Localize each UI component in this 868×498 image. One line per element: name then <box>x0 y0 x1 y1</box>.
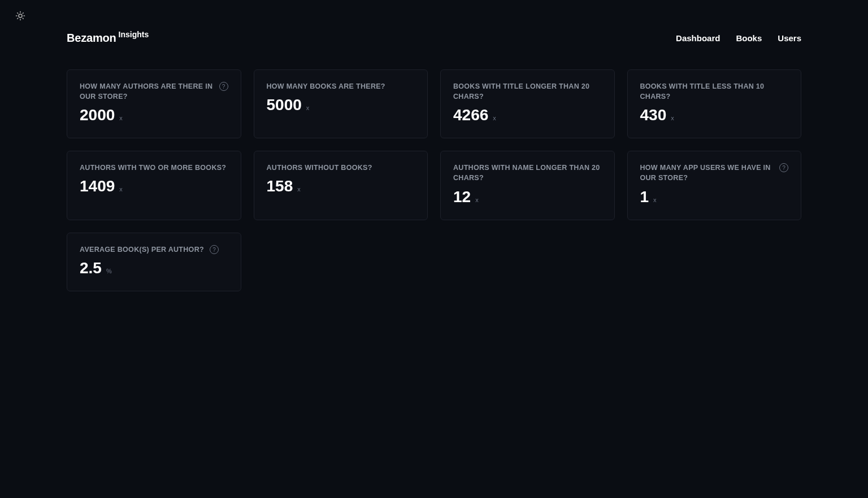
header: Bezamon Insights Dashboard Books Users <box>67 32 801 45</box>
card-value: 5000 <box>267 96 302 114</box>
card-title: AVERAGE BOOK(S) PER AUTHOR? <box>80 244 204 255</box>
card-unit: x <box>493 115 496 121</box>
card-value: 1 <box>640 188 649 206</box>
card-value: 430 <box>640 106 667 124</box>
stat-card: BOOKS WITH TITLE LESS THAN 10 CHARS? 430… <box>627 69 802 138</box>
help-icon[interactable]: ? <box>779 163 788 172</box>
card-unit: % <box>106 268 112 274</box>
cards-grid: HOW MANY AUTHORS ARE THERE IN OUR STORE?… <box>67 69 801 291</box>
card-unit: x <box>306 104 310 111</box>
card-title: AUTHORS WITH TWO OR MORE BOOKS? <box>80 163 226 173</box>
nav: Dashboard Books Users <box>676 33 801 43</box>
card-title: AUTHORS WITHOUT BOOKS? <box>267 163 372 173</box>
logo-sub: Insights <box>119 30 149 39</box>
card-unit: x <box>119 115 123 121</box>
stat-card: HOW MANY APP USERS WE HAVE IN OUR STORE?… <box>627 151 802 220</box>
card-title: AUTHORS WITH NAME LONGER THAN 20 CHARS? <box>453 163 602 183</box>
stat-card: AUTHORS WITHOUT BOOKS? 158 x <box>254 151 428 220</box>
theme-toggle[interactable] <box>14 9 27 23</box>
svg-line-3 <box>18 13 18 14</box>
card-value: 12 <box>453 188 471 206</box>
card-title: HOW MANY BOOKS ARE THERE? <box>267 81 385 91</box>
svg-point-0 <box>19 14 22 18</box>
stat-card: AUTHORS WITH NAME LONGER THAN 20 CHARS? … <box>440 151 615 220</box>
card-unit: x <box>297 186 301 193</box>
card-title: BOOKS WITH TITLE LONGER THAN 20 CHARS? <box>453 81 602 102</box>
card-value: 1409 <box>80 177 115 195</box>
card-value: 158 <box>267 177 293 195</box>
help-icon[interactable]: ? <box>210 245 219 254</box>
logo: Bezamon Insights <box>67 32 149 45</box>
stat-card: HOW MANY AUTHORS ARE THERE IN OUR STORE?… <box>67 69 241 138</box>
logo-main: Bezamon <box>67 32 116 45</box>
sun-icon <box>15 11 25 21</box>
card-value: 4266 <box>453 106 488 124</box>
card-title: HOW MANY AUTHORS ARE THERE IN OUR STORE? <box>80 81 214 102</box>
card-value: 2000 <box>80 106 115 124</box>
svg-line-8 <box>23 13 23 14</box>
card-unit: x <box>653 196 657 203</box>
card-unit: x <box>119 186 123 193</box>
card-title: BOOKS WITH TITLE LESS THAN 10 CHARS? <box>640 81 789 102</box>
nav-users[interactable]: Users <box>778 33 801 43</box>
card-unit: x <box>475 196 479 203</box>
card-title: HOW MANY APP USERS WE HAVE IN OUR STORE? <box>640 163 774 183</box>
help-icon[interactable]: ? <box>219 82 228 91</box>
stat-card: AVERAGE BOOK(S) PER AUTHOR? ? 2.5 % <box>67 233 241 291</box>
nav-books[interactable]: Books <box>736 33 762 43</box>
svg-line-4 <box>23 18 23 19</box>
stat-card: AUTHORS WITH TWO OR MORE BOOKS? 1409 x <box>67 151 241 220</box>
card-value: 2.5 <box>80 259 102 277</box>
nav-dashboard[interactable]: Dashboard <box>676 33 720 43</box>
card-unit: x <box>671 115 674 121</box>
stat-card: HOW MANY BOOKS ARE THERE? 5000 x <box>254 69 428 138</box>
stat-card: BOOKS WITH TITLE LONGER THAN 20 CHARS? 4… <box>440 69 615 138</box>
svg-line-7 <box>18 18 18 19</box>
